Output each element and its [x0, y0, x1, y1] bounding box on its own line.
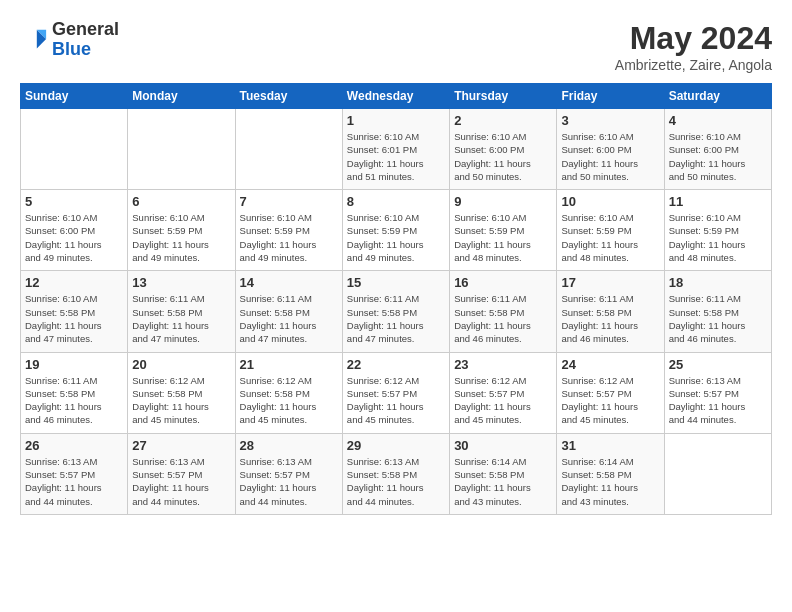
- day-number: 15: [347, 275, 445, 290]
- calendar-cell: 8Sunrise: 6:10 AM Sunset: 5:59 PM Daylig…: [342, 190, 449, 271]
- logo: General Blue: [20, 20, 119, 60]
- day-info: Sunrise: 6:11 AM Sunset: 5:58 PM Dayligh…: [669, 292, 767, 345]
- logo-icon: [20, 26, 48, 54]
- calendar-cell: 4Sunrise: 6:10 AM Sunset: 6:00 PM Daylig…: [664, 109, 771, 190]
- day-info: Sunrise: 6:13 AM Sunset: 5:58 PM Dayligh…: [347, 455, 445, 508]
- day-info: Sunrise: 6:11 AM Sunset: 5:58 PM Dayligh…: [561, 292, 659, 345]
- day-number: 16: [454, 275, 552, 290]
- title-block: May 2024 Ambrizette, Zaire, Angola: [615, 20, 772, 73]
- calendar-cell: 13Sunrise: 6:11 AM Sunset: 5:58 PM Dayli…: [128, 271, 235, 352]
- day-number: 25: [669, 357, 767, 372]
- calendar-cell: 1Sunrise: 6:10 AM Sunset: 6:01 PM Daylig…: [342, 109, 449, 190]
- day-info: Sunrise: 6:13 AM Sunset: 5:57 PM Dayligh…: [25, 455, 123, 508]
- day-number: 1: [347, 113, 445, 128]
- day-info: Sunrise: 6:11 AM Sunset: 5:58 PM Dayligh…: [347, 292, 445, 345]
- calendar-week-row: 5Sunrise: 6:10 AM Sunset: 6:00 PM Daylig…: [21, 190, 772, 271]
- calendar-cell: 26Sunrise: 6:13 AM Sunset: 5:57 PM Dayli…: [21, 433, 128, 514]
- calendar-cell: 12Sunrise: 6:10 AM Sunset: 5:58 PM Dayli…: [21, 271, 128, 352]
- day-number: 17: [561, 275, 659, 290]
- col-saturday: Saturday: [664, 84, 771, 109]
- day-info: Sunrise: 6:11 AM Sunset: 5:58 PM Dayligh…: [132, 292, 230, 345]
- day-number: 30: [454, 438, 552, 453]
- location-subtitle: Ambrizette, Zaire, Angola: [615, 57, 772, 73]
- logo-blue-text: Blue: [52, 40, 119, 60]
- day-number: 4: [669, 113, 767, 128]
- calendar-cell: 15Sunrise: 6:11 AM Sunset: 5:58 PM Dayli…: [342, 271, 449, 352]
- calendar-cell: 2Sunrise: 6:10 AM Sunset: 6:00 PM Daylig…: [450, 109, 557, 190]
- day-info: Sunrise: 6:12 AM Sunset: 5:58 PM Dayligh…: [132, 374, 230, 427]
- day-number: 23: [454, 357, 552, 372]
- calendar-cell: 18Sunrise: 6:11 AM Sunset: 5:58 PM Dayli…: [664, 271, 771, 352]
- day-number: 28: [240, 438, 338, 453]
- calendar-cell: 7Sunrise: 6:10 AM Sunset: 5:59 PM Daylig…: [235, 190, 342, 271]
- calendar-cell: 9Sunrise: 6:10 AM Sunset: 5:59 PM Daylig…: [450, 190, 557, 271]
- calendar-cell: 10Sunrise: 6:10 AM Sunset: 5:59 PM Dayli…: [557, 190, 664, 271]
- day-info: Sunrise: 6:11 AM Sunset: 5:58 PM Dayligh…: [454, 292, 552, 345]
- calendar-cell: 31Sunrise: 6:14 AM Sunset: 5:58 PM Dayli…: [557, 433, 664, 514]
- day-number: 24: [561, 357, 659, 372]
- day-info: Sunrise: 6:12 AM Sunset: 5:57 PM Dayligh…: [454, 374, 552, 427]
- calendar-cell: 30Sunrise: 6:14 AM Sunset: 5:58 PM Dayli…: [450, 433, 557, 514]
- day-info: Sunrise: 6:10 AM Sunset: 6:00 PM Dayligh…: [454, 130, 552, 183]
- calendar-cell: 20Sunrise: 6:12 AM Sunset: 5:58 PM Dayli…: [128, 352, 235, 433]
- month-title: May 2024: [615, 20, 772, 57]
- day-number: 5: [25, 194, 123, 209]
- day-info: Sunrise: 6:11 AM Sunset: 5:58 PM Dayligh…: [240, 292, 338, 345]
- calendar-cell: 21Sunrise: 6:12 AM Sunset: 5:58 PM Dayli…: [235, 352, 342, 433]
- calendar-week-row: 26Sunrise: 6:13 AM Sunset: 5:57 PM Dayli…: [21, 433, 772, 514]
- day-info: Sunrise: 6:12 AM Sunset: 5:57 PM Dayligh…: [347, 374, 445, 427]
- day-number: 9: [454, 194, 552, 209]
- calendar-cell: 3Sunrise: 6:10 AM Sunset: 6:00 PM Daylig…: [557, 109, 664, 190]
- day-info: Sunrise: 6:10 AM Sunset: 6:00 PM Dayligh…: [25, 211, 123, 264]
- day-number: 29: [347, 438, 445, 453]
- day-number: 22: [347, 357, 445, 372]
- day-info: Sunrise: 6:11 AM Sunset: 5:58 PM Dayligh…: [25, 374, 123, 427]
- logo-general-text: General: [52, 20, 119, 40]
- calendar-cell: 14Sunrise: 6:11 AM Sunset: 5:58 PM Dayli…: [235, 271, 342, 352]
- calendar-cell: [235, 109, 342, 190]
- day-info: Sunrise: 6:13 AM Sunset: 5:57 PM Dayligh…: [132, 455, 230, 508]
- calendar-cell: 28Sunrise: 6:13 AM Sunset: 5:57 PM Dayli…: [235, 433, 342, 514]
- day-info: Sunrise: 6:13 AM Sunset: 5:57 PM Dayligh…: [240, 455, 338, 508]
- day-number: 10: [561, 194, 659, 209]
- calendar-table: Sunday Monday Tuesday Wednesday Thursday…: [20, 83, 772, 515]
- day-info: Sunrise: 6:10 AM Sunset: 6:01 PM Dayligh…: [347, 130, 445, 183]
- day-number: 12: [25, 275, 123, 290]
- header-row: Sunday Monday Tuesday Wednesday Thursday…: [21, 84, 772, 109]
- calendar-cell: 16Sunrise: 6:11 AM Sunset: 5:58 PM Dayli…: [450, 271, 557, 352]
- day-number: 26: [25, 438, 123, 453]
- calendar-cell: 27Sunrise: 6:13 AM Sunset: 5:57 PM Dayli…: [128, 433, 235, 514]
- day-info: Sunrise: 6:10 AM Sunset: 5:59 PM Dayligh…: [347, 211, 445, 264]
- day-number: 27: [132, 438, 230, 453]
- day-info: Sunrise: 6:10 AM Sunset: 5:59 PM Dayligh…: [240, 211, 338, 264]
- day-info: Sunrise: 6:12 AM Sunset: 5:58 PM Dayligh…: [240, 374, 338, 427]
- calendar-header: Sunday Monday Tuesday Wednesday Thursday…: [21, 84, 772, 109]
- day-info: Sunrise: 6:14 AM Sunset: 5:58 PM Dayligh…: [561, 455, 659, 508]
- calendar-cell: 25Sunrise: 6:13 AM Sunset: 5:57 PM Dayli…: [664, 352, 771, 433]
- day-info: Sunrise: 6:13 AM Sunset: 5:57 PM Dayligh…: [669, 374, 767, 427]
- col-sunday: Sunday: [21, 84, 128, 109]
- calendar-cell: 17Sunrise: 6:11 AM Sunset: 5:58 PM Dayli…: [557, 271, 664, 352]
- col-thursday: Thursday: [450, 84, 557, 109]
- day-info: Sunrise: 6:14 AM Sunset: 5:58 PM Dayligh…: [454, 455, 552, 508]
- calendar-cell: 22Sunrise: 6:12 AM Sunset: 5:57 PM Dayli…: [342, 352, 449, 433]
- calendar-cell: [128, 109, 235, 190]
- day-number: 20: [132, 357, 230, 372]
- day-number: 31: [561, 438, 659, 453]
- day-info: Sunrise: 6:10 AM Sunset: 6:00 PM Dayligh…: [669, 130, 767, 183]
- calendar-cell: [664, 433, 771, 514]
- day-info: Sunrise: 6:10 AM Sunset: 6:00 PM Dayligh…: [561, 130, 659, 183]
- day-info: Sunrise: 6:10 AM Sunset: 5:58 PM Dayligh…: [25, 292, 123, 345]
- day-info: Sunrise: 6:10 AM Sunset: 5:59 PM Dayligh…: [561, 211, 659, 264]
- col-tuesday: Tuesday: [235, 84, 342, 109]
- day-info: Sunrise: 6:10 AM Sunset: 5:59 PM Dayligh…: [669, 211, 767, 264]
- calendar-cell: 19Sunrise: 6:11 AM Sunset: 5:58 PM Dayli…: [21, 352, 128, 433]
- day-number: 11: [669, 194, 767, 209]
- calendar-body: 1Sunrise: 6:10 AM Sunset: 6:01 PM Daylig…: [21, 109, 772, 515]
- day-number: 2: [454, 113, 552, 128]
- day-info: Sunrise: 6:12 AM Sunset: 5:57 PM Dayligh…: [561, 374, 659, 427]
- day-number: 14: [240, 275, 338, 290]
- calendar-cell: 11Sunrise: 6:10 AM Sunset: 5:59 PM Dayli…: [664, 190, 771, 271]
- day-number: 3: [561, 113, 659, 128]
- calendar-week-row: 19Sunrise: 6:11 AM Sunset: 5:58 PM Dayli…: [21, 352, 772, 433]
